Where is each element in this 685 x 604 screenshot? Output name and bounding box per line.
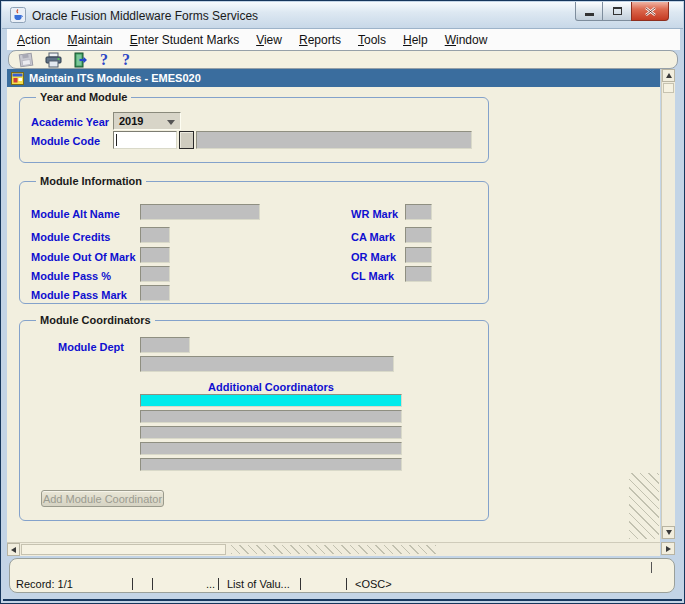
toolbar: ? ? [8, 50, 678, 69]
window-titlebar: Oracle Fusion Middleware Forms Services [2, 2, 683, 29]
status-separator [218, 578, 219, 590]
close-icon [645, 7, 656, 16]
exit-icon [73, 52, 89, 68]
help-button[interactable]: ? [100, 53, 108, 67]
status-panel: Record: 1/1 ... List of Valu... <OSC> [9, 558, 675, 593]
vertical-scrollbar[interactable] [661, 69, 675, 539]
module-pass-mark-label: Module Pass Mark [31, 289, 127, 301]
print-icon [45, 52, 62, 68]
group-year-and-module-legend: Year and Module [36, 91, 131, 103]
scrollbar-hatch [231, 545, 436, 554]
help-button-2[interactable]: ? [122, 53, 130, 67]
list-of-values-indicator: List of Valu... [227, 578, 290, 590]
message-line [10, 559, 674, 575]
group-module-coordinators-legend: Module Coordinators [36, 314, 155, 326]
coordinator-row-selected[interactable] [140, 394, 402, 407]
menu-help[interactable]: Help [403, 33, 428, 47]
form-window-title: Maintain ITS Modules - EMES020 [29, 72, 201, 84]
module-credits-field [140, 227, 170, 243]
menu-tools[interactable]: Tools [358, 33, 386, 47]
status-separator [132, 578, 133, 590]
academic-year-select[interactable]: 2019 [113, 112, 181, 130]
arrow-up-icon [666, 73, 672, 78]
module-pass-mark-field [140, 285, 170, 301]
or-mark-label: OR Mark [351, 251, 396, 263]
maximize-button[interactable] [603, 2, 631, 21]
add-module-coordinator-button[interactable]: Add Module Coordinator [41, 490, 164, 507]
osc-indicator: <OSC> [355, 578, 392, 590]
vertical-scroll-thumb[interactable] [663, 83, 674, 93]
module-dept-label: Module Dept [58, 341, 124, 353]
wr-mark-field [405, 204, 432, 220]
ca-mark-field [405, 227, 432, 243]
module-out-of-mark-label: Module Out Of Mark [31, 251, 136, 263]
menu-bar: Action Maintain Enter Student Marks View… [7, 29, 680, 50]
status-bar: Record: 1/1 ... List of Valu... <OSC> [10, 576, 674, 592]
module-credits-label: Module Credits [31, 231, 110, 243]
cl-mark-field [405, 266, 432, 282]
group-module-information-legend: Module Information [36, 175, 146, 187]
save-icon [17, 50, 35, 68]
or-mark-field [405, 247, 432, 263]
save-button[interactable] [18, 52, 34, 68]
coordinator-row[interactable] [140, 458, 402, 471]
status-separator [300, 578, 301, 590]
additional-coordinators-label: Additional Coordinators [140, 381, 402, 393]
module-code-lov-button[interactable] [179, 131, 194, 149]
chevron-down-icon [167, 120, 175, 125]
scroll-down-button[interactable] [662, 526, 675, 539]
module-alt-name-field [140, 204, 260, 220]
arrow-left-icon [11, 547, 16, 553]
window-title: Oracle Fusion Middleware Forms Services [32, 9, 258, 23]
record-indicator: Record: 1/1 [16, 578, 73, 590]
menu-view[interactable]: View [256, 33, 282, 47]
scroll-right-button[interactable] [661, 542, 675, 555]
form-window-icon [11, 72, 24, 85]
menu-enter-student-marks[interactable]: Enter Student Marks [130, 33, 239, 47]
close-button[interactable] [631, 2, 669, 21]
module-pass-percent-label: Module Pass % [31, 270, 111, 282]
ca-mark-label: CA Mark [351, 231, 395, 243]
horizontal-scrollbar[interactable] [7, 542, 660, 556]
scroll-up-button[interactable] [662, 69, 675, 82]
module-code-description-field [196, 131, 472, 149]
module-code-input[interactable] [113, 131, 177, 149]
scroll-left-button[interactable] [7, 543, 20, 556]
module-alt-name-label: Module Alt Name [31, 208, 120, 220]
maximize-icon [613, 7, 622, 15]
module-out-of-mark-field [140, 247, 170, 263]
java-icon [10, 7, 26, 23]
text-caret [116, 134, 117, 146]
minimize-icon [585, 13, 594, 16]
minimize-button[interactable] [575, 2, 603, 21]
coordinator-row[interactable] [140, 426, 402, 439]
menu-maintain[interactable]: Maintain [67, 33, 112, 47]
group-year-and-module: Year and Module [19, 97, 489, 163]
application-window: Oracle Fusion Middleware Forms Services … [0, 0, 685, 604]
menu-reports[interactable]: Reports [299, 33, 341, 47]
window-bottom-edge [3, 599, 682, 601]
window-controls [575, 2, 669, 21]
status-ellipsis: ... [206, 578, 215, 590]
module-dept-description-field [140, 356, 394, 372]
menu-window[interactable]: Window [445, 33, 488, 47]
arrow-down-icon [666, 530, 672, 535]
module-code-label: Module Code [31, 135, 100, 147]
message-line-separator [651, 562, 652, 573]
help-icon: ? [122, 51, 130, 68]
module-dept-field [140, 337, 190, 353]
print-button[interactable] [45, 52, 62, 68]
horizontal-scroll-thumb[interactable] [21, 544, 226, 555]
status-separator [346, 578, 347, 590]
form-window-titlebar: Maintain ITS Modules - EMES020 [7, 69, 660, 87]
academic-year-label: Academic Year [31, 116, 109, 128]
help-icon: ? [100, 51, 108, 68]
coordinator-row[interactable] [140, 410, 402, 423]
arrow-right-icon [666, 546, 671, 552]
status-separator [152, 578, 153, 590]
menu-action[interactable]: Action [17, 33, 50, 47]
coordinator-row[interactable] [140, 442, 402, 455]
wr-mark-label: WR Mark [351, 208, 398, 220]
cl-mark-label: CL Mark [351, 270, 394, 282]
exit-button[interactable] [73, 52, 89, 68]
